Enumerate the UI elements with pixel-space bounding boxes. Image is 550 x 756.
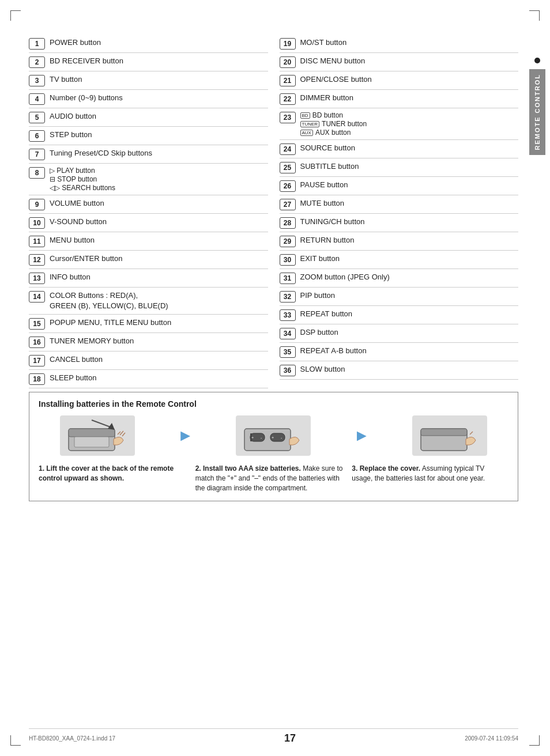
button-label: DIMMER button [300,93,353,103]
button-label: Cursor/ENTER button [50,254,122,264]
button-number: 17 [29,355,45,366]
button-number: 22 [280,93,296,105]
battery-title: Installing batteries in the Remote Contr… [39,399,508,409]
button-number: 31 [280,273,296,284]
button-label: OPEN/CLOSE button [300,74,372,85]
list-item: 21OPEN/CLOSE button [280,71,519,90]
list-item: 29RETURN button [280,232,519,251]
list-item: 16TUNER MEMORY button [29,333,268,351]
sub-icon: BD [300,112,310,119]
sub-text: TUNER button [322,120,367,128]
button-label: RETURN button [300,235,355,245]
list-item: 28TUNING/CH button [280,214,519,232]
arrow-1: ► [178,426,194,445]
battery-diagrams: ► + - + - ► [39,415,508,456]
battery-steps: 1. Lift the cover at the back of the rem… [39,464,508,493]
button-label: Number (0~9) buttons [50,93,123,103]
list-item: 35REPEAT A-B button [280,343,519,361]
page-number: 17 [284,732,296,744]
button-label: PAUSE button [300,180,348,190]
button-label: SLEEP button [50,373,96,383]
button-number: 30 [280,254,296,266]
button-number: 32 [280,291,296,303]
button-label: Tuning Preset/CD Skip buttons [50,148,152,158]
sub-line: AUX AUX button [300,128,367,137]
button-label: MUTE button [300,198,345,209]
list-item: 15POPUP MENU, TITLE MENU button [29,315,268,333]
right-sidebar: REMOTE CONTROL [525,0,550,756]
list-item: 23BD BD buttonTUNER TUNER buttonAUX AUX … [280,108,519,140]
button-number: 35 [280,346,296,358]
list-item: 1POWER button [29,35,268,53]
list-item: 26PAUSE button [280,177,519,195]
footer-date: 2009-07-24 11:09:54 [465,735,518,742]
step-bold: Install two AAA size batteries. [203,464,301,472]
list-item: 8▷ PLAY button⊟ STOP button◁▷ SEARCH but… [29,164,268,195]
button-label: POPUP MENU, TITLE MENU button [50,317,171,328]
button-number: 27 [280,199,296,210]
button-label: AUDIO button [50,111,96,122]
step-number: 3. [352,464,359,472]
sub-text: AUX button [315,128,351,137]
button-number: 13 [29,273,45,284]
svg-rect-4 [74,437,109,447]
list-item: 4Number (0~9) buttons [29,90,268,108]
button-number: 33 [280,309,296,321]
list-item: 18SLEEP button [29,370,268,388]
button-label: SUBTITLE button [300,161,359,172]
list-item: 2BD RECEIVER button [29,53,268,71]
list-item: 17CANCEL button [29,351,268,370]
sub-icon: AUX [300,130,313,136]
button-sub-lines: ▷ PLAY button⊟ STOP button◁▷ SEARCH butt… [50,167,115,192]
list-item: 24SOURCE button [280,140,519,158]
button-label: TV button [50,74,82,85]
button-label: SOURCE button [300,143,355,153]
list-item: 6STEP button [29,127,268,145]
left-column: 1POWER button2BD RECEIVER button3TV butt… [29,35,268,388]
list-item: 25SUBTITLE button [280,158,519,177]
button-number: 23 [280,112,296,123]
sidebar-dot [534,58,540,63]
list-item: 13INFO button [29,269,268,288]
battery-section: Installing batteries in the Remote Contr… [29,392,518,501]
battery-diagram-1 [60,415,135,456]
button-label: TUNING/CH button [300,217,365,227]
footer-file: HT-BD8200_XAA_0724-1.indd 17 [29,735,115,742]
button-label: STEP button [50,130,92,140]
list-item: 22DIMMER button [280,90,519,108]
button-label: DISC MENU button [300,56,366,66]
list-item: 34DSP button [280,324,519,343]
button-label: EXIT button [300,254,340,264]
right-column: 19MO/ST button20DISC MENU button21OPEN/C… [280,35,519,388]
battery-step: 2. Install two AAA size batteries. Make … [195,464,352,493]
step-bold: Replace the cover. [360,464,420,472]
button-number: 24 [280,143,296,155]
svg-line-5 [118,432,120,434]
corner-mark-tl [10,10,21,21]
battery-step: 3. Replace the cover. Assuming typical T… [352,464,508,493]
button-list-section: 1POWER button2BD RECEIVER button3TV butt… [29,35,518,388]
button-label: VOLUME button [50,198,104,209]
list-item: 32PIP button [280,288,519,306]
button-number: 20 [280,56,296,68]
button-number: 8 [29,167,45,179]
button-number: 2 [29,56,45,68]
step-number: 1. [39,464,46,472]
button-number: 7 [29,149,45,160]
button-label: SLOW button [300,364,345,375]
list-item: 12Cursor/ENTER button [29,251,268,269]
arrow-2: ► [353,426,370,445]
button-label: TUNER MEMORY button [50,336,134,346]
battery-diagram-2: + - + - [236,415,311,456]
button-number: 36 [280,365,296,376]
button-label: REPEAT button [300,309,353,319]
list-item: 33REPEAT button [280,306,519,324]
button-number: 29 [280,236,296,247]
list-item: 11MENU button [29,232,268,251]
svg-rect-1 [69,429,115,437]
button-label: MO/ST button [300,37,347,48]
button-label: POWER button [50,37,101,48]
button-label: ZOOM button (JPEG Only) [300,272,390,282]
list-item: 27MUTE button [280,195,519,214]
button-number: 26 [280,180,296,192]
